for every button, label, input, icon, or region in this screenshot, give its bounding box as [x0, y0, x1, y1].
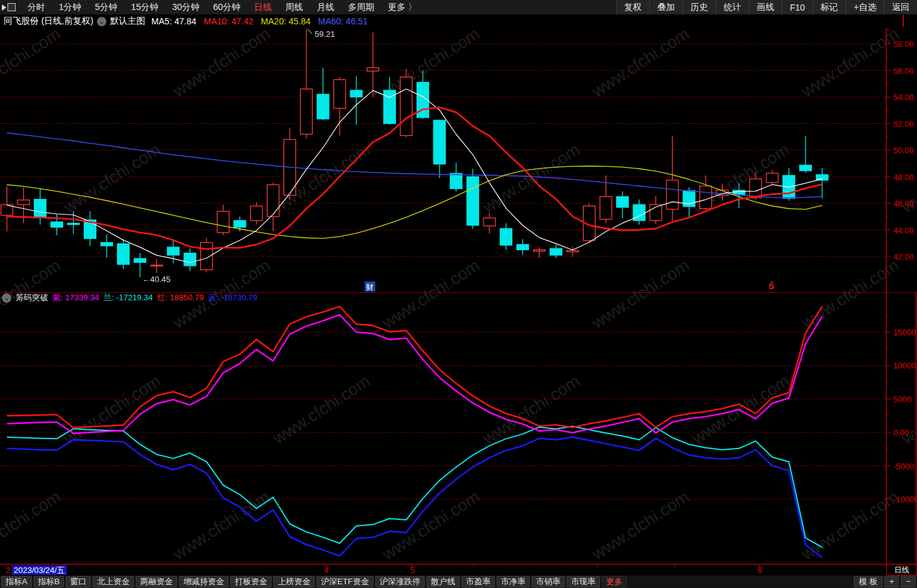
- period-item-7[interactable]: 日线: [247, 2, 278, 13]
- indicator-value-3: 红: 18850.79: [157, 292, 203, 303]
- ma5-value: MA5: 47.84: [151, 16, 196, 26]
- bottom-item-13[interactable]: 市净率: [497, 576, 530, 587]
- price-axis-label: 44.00: [893, 226, 914, 235]
- bottom-toolbar: 指标A指标B窗口北上资金两融资金增减持资金打板资金上榜资金沪深ETF资金沪深涨跌…: [0, 575, 917, 588]
- price-axis-label: 50.00: [893, 146, 914, 155]
- template-item-3[interactable]: −: [901, 576, 916, 587]
- main-chart-canvas[interactable]: 58.0056.0054.0052.0050.0048.0046.0044.00…: [0, 28, 917, 292]
- bottom-item-8[interactable]: 上榜资金: [273, 576, 315, 587]
- bottom-item-4[interactable]: 北上资金: [93, 576, 134, 587]
- price-axis-label: 48.00: [893, 173, 914, 182]
- ma20-value: MA20: 45.84: [261, 16, 310, 26]
- date-axis-tick: [759, 565, 759, 567]
- price-axis-label: 56.00: [893, 66, 914, 76]
- current-date-badge[interactable]: 2023/03/24/五: [12, 565, 67, 575]
- bottom-item-12[interactable]: 市盈率: [462, 576, 495, 587]
- template-item-2[interactable]: +: [884, 576, 899, 587]
- period-item-9[interactable]: 月线: [310, 2, 341, 13]
- title-red-divider: [903, 15, 904, 27]
- signal-s-marker[interactable]: Ŝ: [769, 281, 774, 291]
- indicator-value-2: 兰: -17219.34: [103, 292, 153, 303]
- tool-item-3[interactable]: 历史: [682, 0, 716, 14]
- indicator-axis-label: 15000: [893, 328, 916, 337]
- date-axis-tick: [597, 565, 598, 567]
- period-item-1[interactable]: 分时: [21, 2, 52, 13]
- layout-label[interactable]: 默认主图: [110, 16, 145, 27]
- price-axis-label: 58.00: [893, 39, 914, 49]
- indicator-axis-label: -5000: [893, 462, 914, 471]
- tool-item-7[interactable]: 标记: [813, 0, 846, 14]
- bottom-item-14[interactable]: 市销率: [532, 576, 565, 587]
- bottom-item-3[interactable]: 窗口: [66, 576, 91, 587]
- indicator-name[interactable]: 筹码突破: [16, 292, 48, 303]
- bottom-item-2[interactable]: 指标B: [34, 576, 64, 587]
- low-price-annotation: ←40.45: [142, 275, 171, 284]
- indicator-axis-label: -10000: [893, 495, 917, 504]
- tool-item-5[interactable]: 画线: [749, 0, 782, 14]
- bottom-item-6[interactable]: 增减持资金: [179, 576, 228, 587]
- period-menubar: 分时1分钟5分钟15分钟30分钟60分钟日线周线月线多周期更多 〉 复权叠加历史…: [0, 0, 917, 15]
- price-axis-label: 54.00: [893, 93, 914, 102]
- indicator-value-4: 蓝: -18730.79: [208, 292, 258, 303]
- indicator-axis-label: 5000: [893, 395, 911, 404]
- indicator-legend: ⌄ 筹码突破 紫: 17339.34兰: -17219.34红: 18850.7…: [2, 293, 257, 303]
- bottom-item-15[interactable]: 市现率: [567, 576, 600, 587]
- high-price-annotation: 59.21: [315, 29, 335, 39]
- bottom-item-1[interactable]: 指标A: [1, 576, 32, 587]
- chevron-down-icon[interactable]: ⌄: [97, 17, 106, 26]
- date-axis-row: 2023/03/24/五 日线 2456: [0, 565, 917, 575]
- tool-item-4[interactable]: 统计: [716, 0, 749, 14]
- template-item-1[interactable]: 模 板: [854, 576, 883, 587]
- date-axis-tick: [412, 565, 412, 567]
- tool-item-1[interactable]: 复权: [616, 0, 649, 14]
- date-axis-tick: [674, 565, 675, 567]
- date-axis-label: 2: [6, 565, 10, 575]
- tool-item-2[interactable]: 叠加: [649, 0, 682, 14]
- app-icon[interactable]: [2, 3, 18, 13]
- bottom-item-10[interactable]: 沪深涨跌停: [375, 576, 425, 587]
- stock-title: 同飞股份 (日线,前复权): [4, 16, 93, 27]
- bottom-item-11[interactable]: 散户线: [427, 576, 460, 587]
- price-axis-label: 46.00: [893, 199, 914, 208]
- subchart-period-label[interactable]: 日线: [886, 565, 917, 575]
- period-item-8[interactable]: 周线: [278, 2, 310, 13]
- indicator-chevron-icon[interactable]: ⌄: [2, 293, 11, 303]
- price-axis-label: 52.00: [893, 119, 914, 129]
- stock-app-window: 分时1分钟5分钟15分钟30分钟60分钟日线周线月线多周期更多 〉 复权叠加历史…: [0, 0, 917, 588]
- period-item-11[interactable]: 更多 〉: [381, 2, 423, 13]
- date-axis-tick: [327, 565, 327, 567]
- titlebar: 同飞股份 (日线,前复权) ⌄ 默认主图 MA5: 47.84 MA10: 47…: [0, 14, 917, 28]
- indicator-axis-label: 0.00: [893, 428, 909, 437]
- sub-chart-canvas[interactable]: 150001000050000.00-5000-10000: [0, 292, 917, 565]
- bottom-item-5[interactable]: 两融资金: [136, 576, 177, 587]
- template-controls: 模 板+−: [854, 576, 916, 587]
- period-item-3[interactable]: 5分钟: [88, 2, 124, 13]
- period-menu: 分时1分钟5分钟15分钟30分钟60分钟日线周线月线多周期更多 〉: [21, 2, 423, 13]
- date-axis-tick: [474, 565, 474, 567]
- bottom-item-7[interactable]: 打板资金: [230, 576, 271, 587]
- cai-event-marker[interactable]: 财: [366, 283, 373, 291]
- ma10-value: MA10: 47.42: [204, 16, 253, 26]
- tool-item-8[interactable]: +自选: [846, 0, 884, 14]
- indicator-shortcut-menu: 指标A指标B窗口北上资金两融资金增减持资金打板资金上榜资金沪深ETF资金沪深涨跌…: [1, 576, 627, 587]
- ma60-value: MA60: 46.51: [318, 16, 368, 26]
- period-item-2[interactable]: 1分钟: [52, 2, 88, 13]
- tools-menu: 复权叠加历史统计画线F10标记+自选返回: [616, 0, 917, 14]
- period-item-6[interactable]: 60分钟: [206, 2, 248, 13]
- tool-item-9[interactable]: 返回: [884, 0, 917, 14]
- bottom-item-16[interactable]: 更多: [602, 576, 627, 587]
- indicator-value-1: 紫: 17339.34: [53, 292, 99, 303]
- tool-item-6[interactable]: F10: [782, 0, 813, 14]
- period-item-4[interactable]: 15分钟: [124, 2, 166, 13]
- period-item-5[interactable]: 30分钟: [165, 2, 206, 13]
- price-axis-label: 42.00: [893, 252, 914, 261]
- period-item-10[interactable]: 多周期: [341, 2, 381, 13]
- bottom-item-9[interactable]: 沪深ETF资金: [317, 576, 373, 587]
- indicator-axis-label: 10000: [893, 361, 916, 370]
